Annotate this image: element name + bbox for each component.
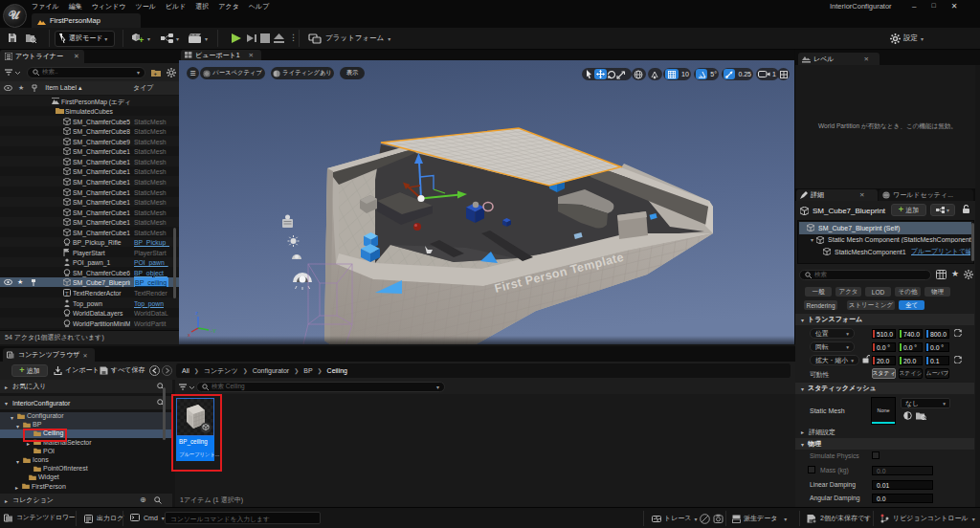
svg-text:+: + — [139, 35, 144, 44]
svg-text:+: + — [154, 71, 158, 77]
svg-text:z: z — [195, 310, 198, 316]
svg-text:▾: ▾ — [205, 36, 208, 42]
svg-text:▾: ▾ — [176, 36, 179, 42]
svg-text:T: T — [65, 291, 69, 297]
svg-text:-Y: -Y — [211, 328, 216, 334]
svg-text:▾: ▾ — [147, 36, 150, 42]
